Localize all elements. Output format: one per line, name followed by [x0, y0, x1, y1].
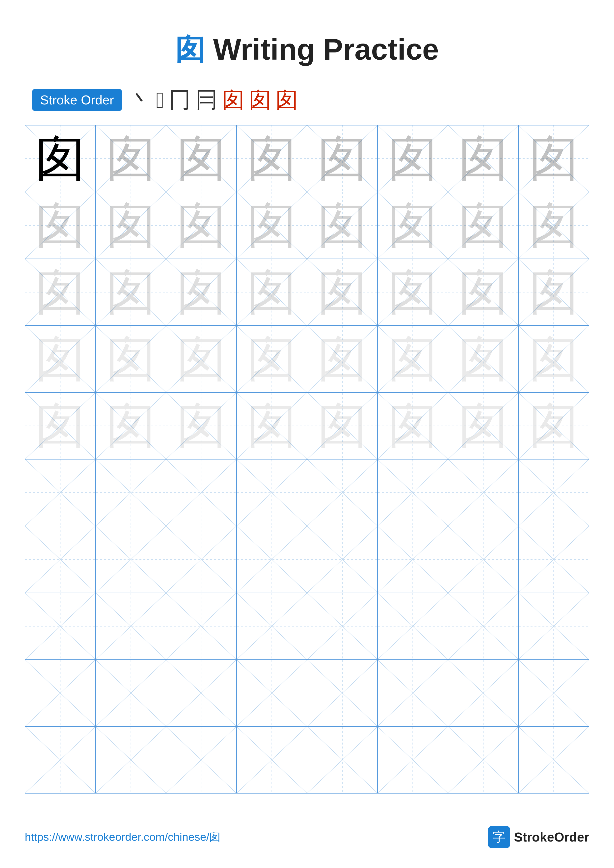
grid-cell: [96, 459, 166, 526]
svg-line-301: [237, 727, 307, 793]
svg-line-288: [25, 727, 95, 793]
practice-char: 囱: [247, 268, 297, 317]
practice-char: 囱: [36, 201, 85, 250]
svg-line-273: [307, 660, 378, 726]
svg-line-197: [96, 526, 166, 593]
practice-char: 囱: [36, 134, 85, 183]
practice-char: 囱: [177, 401, 226, 451]
grid-cell: 囱: [166, 326, 236, 392]
grid-cell: [25, 459, 96, 526]
grid-cell: 囱: [518, 326, 589, 392]
grid-cell: 囱: [307, 192, 378, 259]
svg-line-280: [448, 660, 518, 726]
grid-cell: [25, 727, 96, 793]
svg-line-297: [166, 727, 236, 793]
svg-line-208: [307, 526, 378, 593]
grid-cell: [518, 727, 589, 793]
practice-char: 囱: [247, 334, 297, 384]
svg-line-309: [378, 727, 448, 793]
svg-line-204: [237, 526, 307, 593]
grid-cell: 囱: [236, 259, 307, 326]
grid-cell: [307, 526, 378, 593]
practice-char: 囱: [36, 334, 85, 384]
grid-cell: [236, 459, 307, 526]
practice-char: 囱: [388, 201, 437, 250]
practice-char: 囱: [247, 401, 297, 451]
svg-line-248: [448, 593, 518, 659]
stroke-3: 冂: [169, 85, 191, 115]
grid-cell: 囱: [307, 259, 378, 326]
svg-line-225: [25, 593, 95, 659]
practice-char: 囱: [177, 134, 226, 183]
svg-line-284: [519, 660, 589, 726]
svg-line-249: [448, 593, 518, 659]
practice-char: 囱: [459, 134, 508, 183]
svg-line-272: [307, 660, 378, 726]
practice-char: 囱: [529, 134, 578, 183]
svg-line-201: [166, 526, 236, 593]
practice-char: 囱: [317, 268, 367, 317]
grid-cell: 囱: [378, 192, 448, 259]
grid-cell: 囱: [25, 259, 96, 326]
grid-cell: 囱: [518, 125, 589, 192]
svg-line-168: [166, 459, 236, 526]
page: 囱 Writing Practice Stroke Order 丶 𠃌 冂 冃 …: [0, 0, 614, 868]
footer-url: https://www.strokeorder.com/chinese/囱: [25, 830, 221, 845]
grid-cell: 囱: [378, 326, 448, 392]
svg-line-193: [25, 526, 95, 593]
svg-line-196: [96, 526, 166, 593]
practice-char: 囱: [529, 334, 578, 384]
grid-cell: [378, 459, 448, 526]
grid-cell: 囱: [166, 259, 236, 326]
practice-char: 囱: [177, 268, 226, 317]
svg-line-293: [96, 727, 166, 793]
grid-cell: 囱: [25, 192, 96, 259]
svg-line-281: [448, 660, 518, 726]
svg-line-164: [96, 459, 166, 526]
grid-cell: 囱: [166, 192, 236, 259]
grid-cell: [25, 526, 96, 593]
svg-line-212: [378, 526, 448, 593]
grid-cell: 囱: [25, 125, 96, 192]
practice-char: 囱: [106, 268, 155, 317]
grid-cell: 囱: [236, 192, 307, 259]
practice-char: 囱: [459, 268, 508, 317]
footer-logo-icon: 字: [488, 826, 510, 848]
grid-cell: [448, 727, 519, 793]
grid-cell: 囱: [518, 259, 589, 326]
svg-line-313: [448, 727, 518, 793]
grid-cell: [378, 526, 448, 593]
svg-line-217: [448, 526, 518, 593]
svg-line-160: [25, 459, 95, 526]
grid-cell: [518, 593, 589, 660]
grid-cell: [166, 459, 236, 526]
stroke-order-badge: Stroke Order: [32, 89, 122, 111]
grid-cell: 囱: [448, 392, 519, 459]
practice-char: 囱: [388, 268, 437, 317]
grid-cell: 囱: [448, 192, 519, 259]
practice-char: 囱: [317, 134, 367, 183]
grid-cell: 囱: [96, 125, 166, 192]
footer: https://www.strokeorder.com/chinese/囱 字 …: [25, 826, 589, 848]
grid-cell: [236, 660, 307, 727]
svg-line-289: [25, 727, 95, 793]
stroke-4: 冃: [196, 85, 218, 115]
practice-char: 囱: [529, 268, 578, 317]
svg-line-268: [237, 660, 307, 726]
grid-cell: 囱: [518, 192, 589, 259]
stroke-5: 囱: [222, 85, 244, 115]
grid-cell: [448, 593, 519, 660]
svg-line-161: [25, 459, 95, 526]
practice-char: 囱: [247, 134, 297, 183]
svg-line-165: [96, 459, 166, 526]
svg-line-189: [519, 459, 589, 526]
grid-cell: 囱: [236, 125, 307, 192]
svg-line-296: [166, 727, 236, 793]
svg-line-312: [448, 727, 518, 793]
svg-line-265: [166, 660, 236, 726]
grid-cell: [448, 526, 519, 593]
grid-cell: [378, 660, 448, 727]
svg-line-176: [307, 459, 378, 526]
svg-line-317: [519, 727, 589, 793]
grid-cell: 囱: [96, 326, 166, 392]
